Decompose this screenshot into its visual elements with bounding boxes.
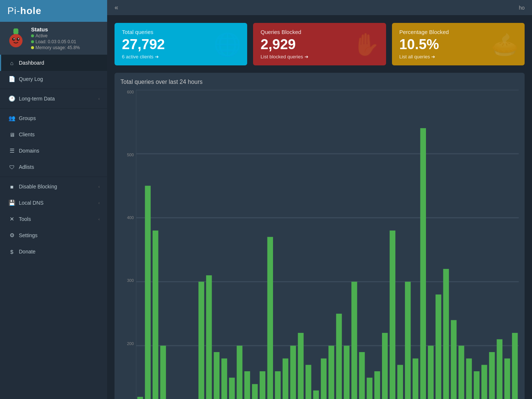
svg-rect-105 (481, 365, 487, 399)
status-load: Load: 0.03 0.05 0.01 (31, 39, 80, 44)
nav-label-query-log: Query Log (19, 76, 43, 82)
nav-label-local-dns: Local DNS (19, 200, 44, 206)
svg-rect-111 (504, 358, 510, 399)
svg-rect-83 (397, 365, 403, 399)
svg-rect-75 (367, 378, 373, 399)
svg-rect-65 (328, 346, 334, 399)
sidebar-header: Pi-hole (0, 0, 107, 22)
svg-rect-61 (313, 391, 319, 399)
active-dot (31, 34, 34, 37)
svg-rect-109 (497, 339, 502, 399)
total-queries-y-axis: 6005004003002001000 (120, 90, 134, 399)
nav-item-long-term-data[interactable]: 🕐 Long-term Data ‹ (0, 91, 107, 107)
memory-dot (31, 46, 34, 49)
svg-point-2 (15, 28, 17, 34)
nav-item-domains[interactable]: ☰ Domains (0, 143, 107, 159)
svg-rect-53 (283, 358, 289, 399)
total-queries-chart-section: Total queries over last 24 hours 6005004… (115, 73, 525, 399)
svg-rect-97 (451, 320, 457, 399)
svg-rect-33 (206, 275, 212, 399)
nav-item-donate[interactable]: $ Donate (0, 243, 107, 260)
topbar: « ho (107, 0, 532, 16)
svg-rect-49 (267, 237, 273, 399)
svg-rect-57 (298, 333, 304, 399)
svg-rect-63 (321, 358, 327, 399)
svg-rect-21 (160, 346, 166, 399)
svg-point-7 (18, 38, 19, 39)
svg-point-6 (14, 38, 15, 39)
app-name-suffix: hole (20, 5, 41, 16)
svg-rect-19 (153, 231, 158, 399)
nav-item-adlists[interactable]: 🛡 Adlists (0, 159, 107, 175)
total-queries-chart-inner: 22:0023:0000:0001:0002:0003:0004:0005:00… (136, 90, 519, 399)
svg-point-3 (9, 34, 23, 47)
svg-rect-41 (237, 346, 243, 399)
svg-rect-59 (306, 365, 311, 399)
nav-item-dashboard[interactable]: ⌂ Dashboard (0, 55, 107, 71)
svg-rect-89 (420, 128, 426, 399)
svg-rect-107 (489, 352, 495, 399)
stat-card-total-queries: Total queries 27,792 6 active clients ➜ … (115, 23, 247, 65)
sidebar-nav: ⌂ Dashboard 📄 Query Log 🕐 Long-term Data… (0, 55, 107, 399)
hostname: ho (519, 5, 525, 11)
nav-icon-dashboard: ⌂ (8, 59, 15, 66)
status-active: Active (31, 33, 80, 38)
svg-rect-113 (512, 333, 518, 399)
nav-label-long-term-data: Long-term Data (19, 96, 55, 102)
svg-rect-35 (214, 352, 220, 399)
nav-item-disable-blocking[interactable]: ■ Disable Blocking ‹ (0, 178, 107, 195)
svg-rect-87 (413, 358, 419, 399)
svg-rect-103 (474, 371, 480, 399)
svg-rect-37 (221, 358, 227, 399)
sidebar-toggle[interactable]: « (115, 4, 118, 11)
svg-rect-17 (145, 186, 151, 399)
svg-rect-39 (229, 378, 235, 399)
svg-rect-45 (252, 384, 258, 399)
svg-rect-43 (244, 371, 250, 399)
nav-label-domains: Domains (19, 148, 39, 154)
svg-rect-31 (198, 282, 204, 399)
nav-item-settings[interactable]: ⚙ Settings (0, 227, 107, 243)
svg-rect-95 (443, 269, 449, 399)
nav-icon-local-dns: 💾 (8, 200, 15, 206)
status-memory: Memory usage: 45.8% (31, 45, 80, 50)
nav-label-tools: Tools (19, 216, 31, 222)
stat-icon-queries-blocked: ✋ (352, 31, 380, 57)
nav-item-clients[interactable]: 🖥 Clients (0, 126, 107, 143)
nav-item-local-dns[interactable]: 💾 Local DNS ‹ (0, 195, 107, 211)
nav-label-settings: Settings (19, 232, 38, 238)
svg-rect-55 (290, 346, 296, 399)
nav-icon-disable-blocking: ■ (8, 183, 15, 190)
total-queries-chart-title: Total queries over last 24 hours (120, 79, 519, 85)
status-label: Status (31, 26, 80, 33)
nav-icon-groups: 👥 (8, 115, 15, 122)
nav-label-groups: Groups (19, 115, 36, 121)
nav-item-query-log[interactable]: 📄 Query Log (0, 71, 107, 87)
nav-chevron-local-dns: ‹ (98, 201, 100, 205)
nav-icon-clients: 🖥 (8, 131, 15, 138)
stats-row: Total queries 27,792 6 active clients ➜ … (107, 16, 532, 69)
svg-rect-99 (458, 346, 464, 399)
status-info: Status Active Load: 0.03 0.05 0.01 Memor… (31, 26, 80, 50)
nav-icon-tools: ✕ (8, 216, 15, 222)
nav-icon-long-term-data: 🕐 (8, 95, 15, 102)
stat-card-percentage-blocked: Percentage Blocked 10.5% List all querie… (392, 23, 525, 65)
nav-item-groups[interactable]: 👥 Groups (0, 110, 107, 126)
sidebar: Pi-hole Status Active Load: 0 (0, 0, 107, 399)
svg-rect-73 (359, 352, 365, 399)
svg-rect-85 (405, 282, 411, 399)
nav-icon-query-log: 📄 (8, 76, 15, 82)
nav-icon-settings: ⚙ (8, 232, 15, 239)
nav-icon-domains: ☰ (8, 147, 15, 154)
nav-icon-adlists: 🛡 (8, 164, 15, 170)
svg-rect-51 (275, 371, 281, 399)
nav-label-adlists: Adlists (19, 164, 34, 170)
svg-rect-71 (351, 282, 357, 399)
nav-label-donate: Donate (19, 249, 35, 255)
svg-rect-69 (344, 346, 349, 399)
nav-item-tools[interactable]: ✕ Tools ‹ (0, 211, 107, 227)
nav-chevron-tools: ‹ (98, 217, 100, 221)
pihole-logo (6, 28, 26, 48)
nav-chevron-disable-blocking: ‹ (98, 184, 100, 189)
nav-icon-donate: $ (8, 248, 15, 255)
